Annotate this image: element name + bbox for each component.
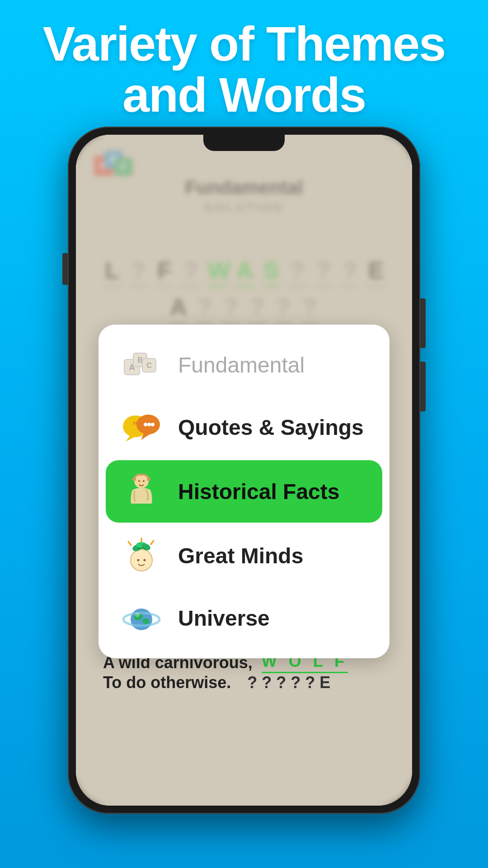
menu-item-great-minds[interactable]: Great Minds — [99, 524, 389, 587]
svg-point-17 — [144, 423, 147, 426]
phone-device: A B C Fundamental SOLUTION L ? — [68, 127, 420, 814]
svg-text:C: C — [146, 362, 152, 369]
historical-label: Historical Facts — [178, 479, 339, 504]
blocks-icon: A B C — [121, 344, 162, 385]
svg-point-23 — [138, 480, 140, 482]
great-minds-label: Great Minds — [178, 543, 303, 568]
svg-point-21 — [132, 477, 136, 481]
svg-point-39 — [154, 606, 156, 608]
historical-icon — [121, 471, 162, 512]
svg-point-19 — [151, 423, 155, 426]
power-button-2 — [420, 362, 426, 411]
svg-point-27 — [144, 559, 146, 561]
clue2-answer: ? ? ? ? ? E — [247, 673, 330, 692]
universe-label: Universe — [178, 606, 270, 631]
svg-point-26 — [137, 559, 140, 561]
svg-point-18 — [147, 423, 151, 426]
fundamental-label: Fundamental — [178, 353, 305, 377]
header-title: Variety of Themes and Words — [0, 18, 488, 121]
brain-icon — [121, 535, 162, 576]
phone-screen: A B C Fundamental SOLUTION L ? — [76, 135, 412, 806]
blur-bottom: A wild carnivorous, W O L F To do otherw… — [76, 634, 412, 806]
header: Variety of Themes and Words — [0, 18, 488, 121]
planet-icon — [121, 598, 162, 638]
svg-point-24 — [143, 480, 145, 482]
clue-2: To do otherwise. ? ? ? ? ? E — [76, 673, 412, 692]
menu-item-historical[interactable]: Historical Facts — [106, 460, 382, 523]
svg-point-41 — [135, 613, 140, 617]
svg-point-40 — [129, 628, 131, 630]
clue2-text: To do otherwise. — [103, 673, 231, 692]
svg-point-38 — [124, 603, 127, 606]
svg-line-31 — [128, 542, 131, 545]
svg-point-34 — [131, 609, 152, 630]
quotes-icon: " — [121, 407, 162, 448]
quotes-label: Quotes & Sayings — [178, 415, 364, 440]
blur-top — [76, 135, 412, 325]
volume-button — [62, 253, 68, 285]
theme-menu: A B C Fundamental — [99, 325, 389, 658]
menu-item-universe[interactable]: Universe — [99, 587, 389, 649]
svg-point-22 — [147, 477, 150, 481]
phone-shell: A B C Fundamental SOLUTION L ? — [68, 127, 420, 814]
phone-notch — [203, 135, 285, 151]
menu-item-quotes[interactable]: " Quotes & Sayings — [99, 396, 389, 458]
menu-item-fundamental[interactable]: A B C Fundamental — [99, 334, 389, 396]
svg-line-33 — [151, 541, 154, 544]
svg-point-25 — [131, 549, 152, 571]
power-button — [420, 298, 426, 348]
svg-marker-13 — [126, 435, 137, 442]
